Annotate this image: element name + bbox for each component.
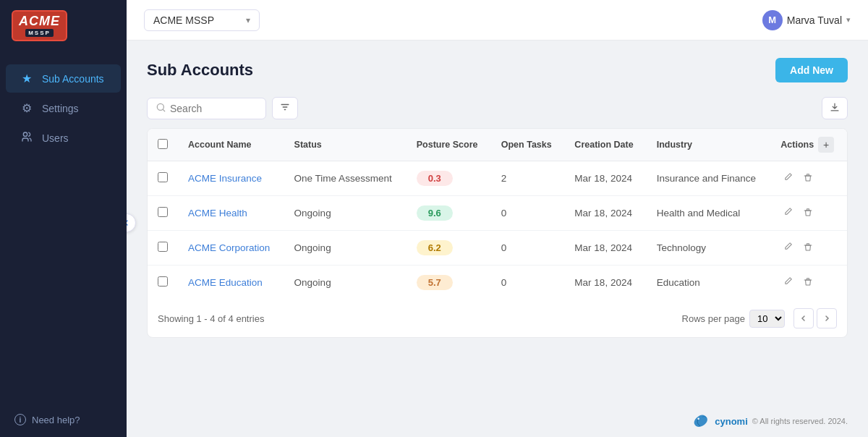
row-account-name: ACME Corporation <box>178 231 284 266</box>
score-badge: 5.7 <box>417 275 453 290</box>
star-icon: ★ <box>20 72 33 85</box>
rows-per-page-select[interactable]: 10 25 50 <box>749 310 785 328</box>
cynomi-logo: cynomi <box>689 412 748 430</box>
edit-icon[interactable] <box>780 170 795 187</box>
toolbar <box>147 97 848 119</box>
table-row: ACME Corporation Ongoing 6.2 0 Mar 18, 2… <box>148 231 847 266</box>
account-name-link[interactable]: ACME Health <box>188 208 247 218</box>
user-name: Marva Tuval <box>787 14 842 26</box>
sidebar-item-sub-accounts[interactable]: ★ Sub Accounts <box>6 64 121 93</box>
topbar: ACME MSSP ▾ M Marva Tuval ▾ <box>127 0 868 41</box>
row-account-name: ACME Education <box>178 266 284 300</box>
sidebar-nav: ★ Sub Accounts ⚙ Settings Users <box>0 51 127 402</box>
row-posture-score: 6.2 <box>407 231 491 266</box>
row-account-name: ACME Health <box>178 196 284 231</box>
filter-button[interactable] <box>272 97 298 119</box>
row-industry: Health and Medical <box>647 196 771 231</box>
row-actions <box>770 231 847 266</box>
delete-icon[interactable] <box>801 274 815 291</box>
edit-icon[interactable] <box>780 239 795 256</box>
select-all-header <box>148 129 178 161</box>
logo: ACME MSSP <box>12 10 67 41</box>
row-actions <box>770 266 847 300</box>
table-row: ACME Education Ongoing 5.7 0 Mar 18, 202… <box>148 266 847 300</box>
accounts-table: Account Name Status Posture Score Open T… <box>147 128 848 338</box>
row-posture-score: 9.6 <box>407 196 491 231</box>
row-status: Ongoing <box>284 231 407 266</box>
col-actions: Actions + <box>770 129 847 161</box>
search-input[interactable] <box>170 103 257 114</box>
row-status: Ongoing <box>284 196 407 231</box>
user-chevron-icon: ▾ <box>846 15 851 25</box>
user-initial: M <box>768 14 776 25</box>
row-checkbox[interactable] <box>158 207 168 217</box>
download-button[interactable] <box>822 97 848 119</box>
col-status: Status <box>284 129 407 161</box>
row-actions <box>770 161 847 196</box>
prev-page-button[interactable] <box>793 308 814 328</box>
delete-icon[interactable] <box>801 205 815 221</box>
sidebar-collapse-button[interactable] <box>127 213 136 232</box>
svg-point-7 <box>698 418 699 420</box>
row-checkbox-cell <box>148 161 178 196</box>
account-selector[interactable]: ACME MSSP ▾ <box>144 9 260 31</box>
col-posture-score: Posture Score <box>407 129 491 161</box>
add-column-button[interactable]: + <box>818 137 834 153</box>
page-title: Sub Accounts <box>147 61 253 80</box>
sidebar-item-label: Sub Accounts <box>42 73 104 85</box>
svg-line-2 <box>163 109 165 111</box>
table-header-row: Account Name Status Posture Score Open T… <box>148 129 847 161</box>
rows-per-page-label: Rows per page <box>682 313 745 324</box>
edit-icon[interactable] <box>780 274 795 291</box>
row-account-name: ACME Insurance <box>178 161 284 196</box>
users-icon <box>20 131 33 145</box>
row-status: Ongoing <box>284 266 407 300</box>
cynomi-wordmark: cynomi <box>715 416 748 427</box>
col-creation-date: Creation Date <box>564 129 646 161</box>
row-checkbox-cell <box>148 196 178 231</box>
row-open-tasks: 2 <box>491 161 565 196</box>
delete-icon[interactable] <box>801 239 815 256</box>
score-badge: 6.2 <box>417 240 453 255</box>
showing-entries: Showing 1 - 4 of 4 entries <box>158 313 264 324</box>
sidebar: ACME MSSP ★ Sub Accounts ⚙ Settings User… <box>0 0 127 437</box>
row-checkbox[interactable] <box>158 276 168 287</box>
toolbar-left <box>147 97 298 119</box>
help-link[interactable]: i Need help? <box>0 402 127 437</box>
row-creation-date: Mar 18, 2024 <box>564 196 646 231</box>
table-footer: Showing 1 - 4 of 4 entries Rows per page… <box>148 300 847 337</box>
row-open-tasks: 0 <box>491 266 565 300</box>
row-actions <box>770 196 847 231</box>
score-badge: 9.6 <box>417 205 453 221</box>
page-content: Sub Accounts Add New <box>127 41 868 405</box>
account-name-link[interactable]: ACME Education <box>188 277 263 288</box>
sidebar-item-label: Settings <box>42 103 79 114</box>
row-creation-date: Mar 18, 2024 <box>564 161 646 196</box>
help-text: Need help? <box>32 415 80 425</box>
logo-mssp-text: MSSP <box>25 29 54 37</box>
next-page-button[interactable] <box>817 308 837 328</box>
user-menu[interactable]: M Marva Tuval ▾ <box>762 10 851 30</box>
col-open-tasks: Open Tasks <box>491 129 565 161</box>
account-name-link[interactable]: ACME Corporation <box>188 242 270 253</box>
add-new-button[interactable]: Add New <box>775 58 848 82</box>
sidebar-item-users[interactable]: Users <box>6 124 121 153</box>
row-checkbox[interactable] <box>158 242 168 252</box>
cynomi-bird-icon <box>689 412 712 430</box>
row-posture-score: 0.3 <box>407 161 491 196</box>
table-row: ACME Health Ongoing 9.6 0 Mar 18, 2024 H… <box>148 196 847 231</box>
sidebar-item-settings[interactable]: ⚙ Settings <box>6 94 121 122</box>
logo-area: ACME MSSP <box>0 0 127 51</box>
pagination: Rows per page 10 25 50 <box>682 308 837 328</box>
main-content: ACME MSSP ▾ M Marva Tuval ▾ Sub Accounts… <box>127 0 868 437</box>
col-industry: Industry <box>647 129 771 161</box>
row-creation-date: Mar 18, 2024 <box>564 266 646 300</box>
row-open-tasks: 0 <box>491 231 565 266</box>
search-box <box>147 98 266 119</box>
row-checkbox[interactable] <box>158 172 168 182</box>
delete-icon[interactable] <box>801 170 815 187</box>
edit-icon[interactable] <box>780 205 795 221</box>
row-checkbox-cell <box>148 231 178 266</box>
account-name-link[interactable]: ACME Insurance <box>188 173 262 184</box>
select-all-checkbox[interactable] <box>158 139 168 149</box>
